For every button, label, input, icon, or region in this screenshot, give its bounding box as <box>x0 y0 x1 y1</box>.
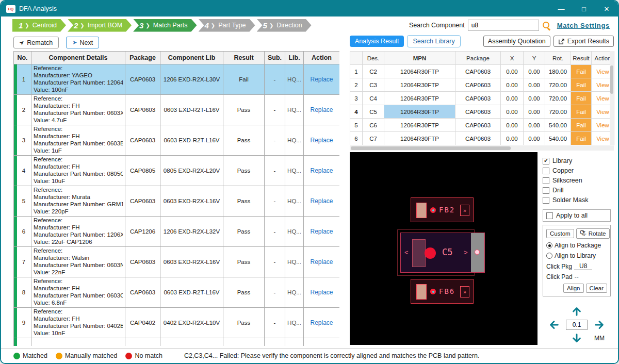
pcb-canvas[interactable]: FB2 » < C5 > FB6 » <box>350 152 537 345</box>
layer-library-checkbox[interactable]: ✔ Library <box>543 157 614 164</box>
sub-cell: - <box>265 217 285 247</box>
result-cell: Pass <box>223 156 265 186</box>
custom-button[interactable]: Custom <box>546 229 574 238</box>
next-button[interactable]: ➤ Next <box>66 37 99 48</box>
component-details-cell: Reference: Manufacturer: YAGEO Manufactu… <box>31 64 125 95</box>
pad-arrow: » <box>460 286 469 297</box>
align-to-library-radio[interactable]: Align to Library <box>546 252 607 259</box>
step-part-type[interactable]: 4 ❯ Part Type <box>199 19 255 32</box>
align-button[interactable]: Align <box>563 284 584 293</box>
detail-line: Reference: <box>34 126 123 133</box>
view-link[interactable]: View <box>596 122 609 128</box>
lib-source-cell: HQ... <box>285 308 304 338</box>
layer-copper-checkbox[interactable]: Copper <box>543 167 614 174</box>
table-row[interactable]: Reference: Manufacturer: ... <box>14 338 340 346</box>
nudge-left-button[interactable] <box>548 319 560 330</box>
row-no-cell: 7 <box>14 247 31 277</box>
table-row[interactable]: 5 Reference: Manufacturer: Murata Manufa… <box>14 186 340 217</box>
close-button[interactable]: ✕ <box>595 1 618 16</box>
table-row[interactable]: 6 Reference: Manufacturer: FH Manufactur… <box>14 217 340 247</box>
replace-link[interactable]: Replace <box>310 76 333 83</box>
detail-line: Manufacturer Part Number: 0805C <box>34 171 123 178</box>
layer-drill-checkbox[interactable]: Drill <box>543 187 614 194</box>
layer-silkscreen-checkbox[interactable]: Silkscreen <box>543 177 614 184</box>
search-component-input[interactable] <box>468 20 539 31</box>
step-chevron-icon: ❯ <box>269 23 273 28</box>
radio-icon <box>546 253 552 259</box>
view-link[interactable]: View <box>596 136 609 142</box>
export-results-button[interactable]: Export Results <box>553 36 614 47</box>
step-direction[interactable]: 5 ❯ Direction <box>257 19 312 32</box>
tab-analysis-result[interactable]: Analysis Result <box>350 36 404 47</box>
nudge-right-button[interactable] <box>594 319 605 330</box>
table-row[interactable]: 7 Reference: Manufacturer: Walsin Manufa… <box>14 247 340 277</box>
pcb-component-fb2[interactable]: FB2 » <box>411 197 474 222</box>
match-settings-link[interactable]: Match Settings <box>557 22 610 29</box>
nudge-step-input[interactable] <box>566 320 588 330</box>
layer-solder-mask-checkbox[interactable]: Solder Mask <box>543 196 614 204</box>
component-lib-cell: 0603 EXD-R2T-L16V <box>160 277 223 308</box>
table-row[interactable]: 9 Reference: Manufacturer: FH Manufactur… <box>14 308 340 338</box>
result-row[interactable]: 6 C7 12064R30FTP CAP0603 0.00 0.00 540.0… <box>350 132 614 145</box>
table-row[interactable]: 4 Reference: Manufacturer: FH Manufactur… <box>14 156 340 186</box>
step-import-bom[interactable]: 2 ❯ Import BOM <box>68 19 132 32</box>
detail-line: Manufacturer Part Number: 0603N <box>34 262 123 269</box>
col-index <box>350 52 363 65</box>
view-link[interactable]: View <box>596 95 609 102</box>
align-to-package-radio[interactable]: Align to Package <box>546 242 607 249</box>
maximize-button[interactable]: □ <box>573 1 595 16</box>
step-centroid[interactable]: 1 ❯ Centroid <box>12 19 66 32</box>
export-results-label: Export Results <box>567 38 609 45</box>
table-row[interactable]: 1 Reference: Manufacturer: YAGEO Manufac… <box>14 64 340 95</box>
matched-dot-icon <box>13 353 20 359</box>
table-row[interactable]: 2 Reference: Manufacturer: FH Manufactur… <box>14 95 340 125</box>
table-row[interactable]: 3 Reference: Manufacturer: FH Manufactur… <box>14 125 340 156</box>
result-row[interactable]: 5 C6 12064R30FTP CAP0603 0.00 0.00 540.0… <box>350 119 614 132</box>
pcb-component-c5[interactable]: < C5 > <box>400 233 485 273</box>
replace-link[interactable]: Replace <box>310 319 333 326</box>
app-window: HQ DFA Analysis — □ ✕ 1 ❯ Centroid 2 ❯ I… <box>0 0 619 364</box>
result-row[interactable]: 4 C5 12064R30FTP CAP0603 0.00 0.00 720.0… <box>350 105 614 119</box>
result-row[interactable]: 3 C4 12064R30FTP CAP0603 0.00 0.00 720.0… <box>350 92 614 105</box>
package-cell: CAP0402 <box>125 308 160 338</box>
clear-button[interactable]: Clear <box>586 284 607 293</box>
replace-link[interactable]: Replace <box>310 106 333 113</box>
view-link[interactable]: View <box>596 109 609 115</box>
replace-link[interactable]: Replace <box>310 167 333 174</box>
replace-link[interactable]: Replace <box>310 197 333 205</box>
apply-to-all-checkbox[interactable]: Apply to all <box>543 209 611 222</box>
result-row[interactable]: 1 C2 12064R30FTP CAP0603 0.00 0.00 180.0… <box>350 65 614 78</box>
rematch-button[interactable]: ➤ Rematch <box>13 37 59 48</box>
step-match-parts[interactable]: 3 ❯ Match Parts <box>133 19 197 32</box>
col-lib: Lib. <box>285 52 304 64</box>
click-pad-label[interactable]: Click Pad <box>546 273 573 280</box>
assembly-quotation-button[interactable]: Assembly Quotation <box>483 36 550 47</box>
vertical-scrollbar[interactable] <box>610 51 614 145</box>
pcb-component-fb6[interactable]: FB6 » <box>411 279 474 304</box>
replace-link[interactable]: Replace <box>310 289 333 296</box>
horizontal-scrollbar[interactable] <box>350 146 614 151</box>
minimize-button[interactable]: — <box>550 1 573 16</box>
nudge-down-button[interactable] <box>571 333 582 344</box>
scrollbar-thumb[interactable] <box>351 146 511 150</box>
replace-link[interactable]: Replace <box>310 258 333 266</box>
replace-link[interactable]: Replace <box>310 137 333 144</box>
rotate-button[interactable]: ⟳ 45° Rotate <box>576 228 610 239</box>
replace-link[interactable]: Replace <box>310 228 333 235</box>
y-cell: 0.00 <box>524 132 545 145</box>
component-details-cell: Reference: Manufacturer: FH Manufacturer… <box>31 217 125 247</box>
search-icon[interactable] <box>542 21 551 30</box>
action-cell: Replace <box>304 277 340 308</box>
match-indicator <box>14 186 17 216</box>
drag-handle[interactable] <box>471 233 484 272</box>
view-link[interactable]: View <box>596 69 609 75</box>
row-no-cell: 1 <box>14 64 31 95</box>
nudge-up-button[interactable] <box>571 306 582 317</box>
scrollbar-thumb[interactable] <box>610 65 613 94</box>
tab-search-library[interactable]: Search Library <box>407 35 460 47</box>
package-cell: CAP0603 <box>455 105 501 119</box>
click-pkg-label[interactable]: Click Pkg <box>546 263 572 270</box>
result-row[interactable]: 2 C3 12064R30FTP CAP0603 0.00 0.00 720.0… <box>350 78 614 92</box>
table-row[interactable]: 8 Reference: Manufacturer: FH Manufactur… <box>14 277 340 308</box>
view-link[interactable]: View <box>596 82 609 88</box>
